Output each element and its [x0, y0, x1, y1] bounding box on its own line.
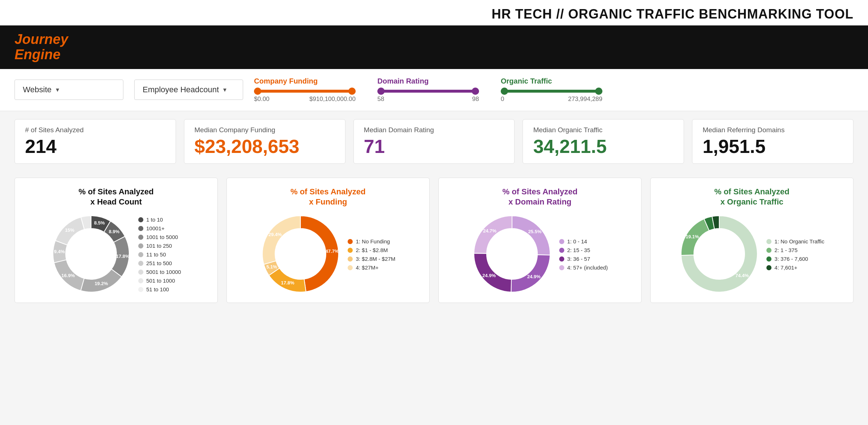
- chart-title-organic: % of Sites Analyzedx Organic Traffic: [714, 187, 789, 207]
- legend-label-1-2: 3: $2.8M - $27M: [356, 256, 395, 262]
- funding-max: $910,100,000.00: [309, 96, 356, 103]
- funding-min: $0.00: [254, 96, 270, 103]
- domain-thumb-max[interactable]: [472, 88, 479, 95]
- svg-text:19.1%: 19.1%: [686, 234, 699, 239]
- legend-item-2-3: 4: 57+ (included): [559, 264, 608, 271]
- legend-dot-0-5: [138, 261, 143, 266]
- stat-label-3: Median Organic Traffic: [533, 126, 673, 134]
- legend-dot-1-3: [348, 265, 353, 270]
- legend-item-0-1: 10001+: [138, 225, 181, 231]
- donut-domain: 25.5%24.9%24.9%24.7%: [472, 214, 552, 295]
- legend-dot-2-2: [559, 256, 564, 262]
- organic-values: 0 273,994,289: [501, 96, 602, 103]
- organic-track[interactable]: [501, 90, 602, 93]
- donut-organic: 74.4%19.1%: [679, 214, 759, 295]
- website-dropdown-arrow: ▾: [56, 86, 59, 94]
- organic-max: 273,994,289: [568, 96, 602, 103]
- svg-text:24.9%: 24.9%: [527, 274, 541, 279]
- legend-item-3-1: 2: 1 - 375: [766, 247, 824, 253]
- svg-text:19.2%: 19.2%: [95, 281, 108, 286]
- headcount-filter[interactable]: Employee Headcount ▾: [134, 80, 243, 100]
- company-funding-slider: Company Funding $0.00 $910,100,000.00: [254, 77, 356, 103]
- svg-text:17.8%: 17.8%: [281, 280, 295, 285]
- legend-item-3-2: 3: 376 - 7,600: [766, 256, 824, 262]
- legend-label-3-0: 1: No Organic Traffic: [774, 238, 824, 244]
- funding-track[interactable]: [254, 90, 356, 93]
- legend-label-0-3: 101 to 250: [146, 243, 172, 249]
- legend-dot-0-3: [138, 243, 143, 248]
- legend-label-0-6: 5001 to 10000: [146, 269, 181, 275]
- headcount-dropdown-arrow: ▾: [223, 86, 226, 94]
- legend-domain: 1: 0 - 142: 15 - 353: 36 - 574: 57+ (inc…: [559, 238, 608, 271]
- funding-thumb-min[interactable]: [254, 88, 261, 95]
- website-label: Website: [23, 85, 52, 94]
- legend-headcount: 1 to 1010001+1001 to 5000101 to 25011 to…: [138, 216, 181, 292]
- stat-card-2: Median Domain Rating71: [353, 119, 515, 164]
- legend-dot-1-2: [348, 256, 353, 262]
- stat-label-2: Median Domain Rating: [364, 126, 504, 134]
- logo: JourneyEngine: [15, 32, 68, 62]
- legend-label-0-4: 11 to 50: [146, 251, 166, 258]
- svg-text:17.8%: 17.8%: [116, 254, 130, 259]
- legend-dot-3-2: [766, 256, 771, 262]
- donut-headcount: 8.5%8.9%17.8%19.2%16.9%9.4%15%: [51, 214, 131, 295]
- donut-funding: 47.7%17.8%5.1%29.4%: [261, 214, 340, 295]
- filter-row: Website ▾ Employee Headcount ▾ Company F…: [0, 69, 868, 111]
- page-title: HR TECH // ORGANIC TRAFFIC BENCHMARKING …: [0, 0, 868, 25]
- legend-item-0-2: 1001 to 5000: [138, 234, 181, 240]
- chart-card-funding: % of Sites Analyzedx Funding47.7%17.8%5.…: [226, 178, 430, 303]
- legend-label-0-8: 51 to 100: [146, 286, 169, 292]
- legend-item-1-2: 3: $2.8M - $27M: [348, 256, 395, 262]
- chart-title-domain: % of Sites Analyzedx Domain Rating: [502, 187, 577, 207]
- chart-title-headcount: % of Sites Analyzedx Head Count: [78, 187, 153, 207]
- domain-values: 58 98: [377, 96, 479, 103]
- website-filter[interactable]: Website ▾: [15, 80, 123, 100]
- chart-inner-domain: 25.5%24.9%24.9%24.7%1: 0 - 142: 15 - 353…: [446, 214, 634, 295]
- svg-text:74.4%: 74.4%: [736, 273, 749, 278]
- svg-text:5.1%: 5.1%: [266, 264, 277, 270]
- legend-item-3-3: 4: 7,601+: [766, 264, 824, 271]
- legend-item-0-6: 5001 to 10000: [138, 269, 181, 275]
- svg-text:9.4%: 9.4%: [54, 249, 65, 254]
- stat-label-1: Median Company Funding: [195, 126, 335, 134]
- stat-card-4: Median Referring Domains1,951.5: [692, 119, 853, 164]
- legend-dot-0-7: [138, 278, 143, 283]
- stat-label-4: Median Referring Domains: [703, 126, 843, 134]
- stat-value-0: 214: [25, 136, 165, 157]
- legend-label-0-2: 1001 to 5000: [146, 234, 178, 240]
- legend-label-3-3: 4: 7,601+: [774, 264, 797, 271]
- organic-label: Organic Traffic: [501, 77, 602, 85]
- legend-dot-0-2: [138, 235, 143, 240]
- svg-text:24.9%: 24.9%: [482, 273, 496, 278]
- legend-item-2-0: 1: 0 - 14: [559, 238, 608, 244]
- legend-item-1-1: 2: $1 - $2.8M: [348, 247, 395, 253]
- svg-text:15%: 15%: [65, 227, 74, 233]
- stat-card-0: # of Sites Analyzed214: [15, 119, 176, 164]
- funding-thumb-max[interactable]: [348, 88, 356, 95]
- legend-dot-2-1: [559, 248, 564, 253]
- svg-text:29.4%: 29.4%: [269, 232, 282, 237]
- legend-label-1-3: 4: $27M+: [356, 264, 378, 271]
- domain-thumb-min[interactable]: [377, 88, 385, 95]
- legend-dot-2-0: [559, 239, 564, 244]
- organic-thumb-min[interactable]: [501, 88, 508, 95]
- legend-item-0-7: 501 to 1000: [138, 278, 181, 284]
- charts-row: % of Sites Analyzedx Head Count8.5%8.9%1…: [0, 172, 868, 314]
- legend-label-2-3: 4: 57+ (included): [567, 264, 608, 271]
- domain-track[interactable]: [377, 90, 479, 93]
- legend-funding: 1: No Funding2: $1 - $2.8M3: $2.8M - $27…: [348, 238, 395, 271]
- legend-label-0-7: 501 to 1000: [146, 278, 175, 284]
- organic-min: 0: [501, 96, 504, 103]
- legend-item-0-8: 51 to 100: [138, 286, 181, 292]
- legend-item-2-2: 3: 36 - 57: [559, 256, 608, 262]
- svg-text:25.5%: 25.5%: [528, 229, 541, 234]
- organic-thumb-max[interactable]: [595, 88, 602, 95]
- stat-label-0: # of Sites Analyzed: [25, 126, 165, 134]
- funding-values: $0.00 $910,100,000.00: [254, 96, 356, 103]
- stat-value-1: $23,208,653: [195, 136, 335, 157]
- legend-item-0-0: 1 to 10: [138, 216, 181, 223]
- legend-item-2-1: 2: 15 - 35: [559, 247, 608, 253]
- chart-card-domain: % of Sites Analyzedx Domain Rating25.5%2…: [438, 178, 642, 303]
- chart-card-headcount: % of Sites Analyzedx Head Count8.5%8.9%1…: [15, 178, 218, 303]
- legend-label-2-2: 3: 36 - 57: [567, 256, 590, 262]
